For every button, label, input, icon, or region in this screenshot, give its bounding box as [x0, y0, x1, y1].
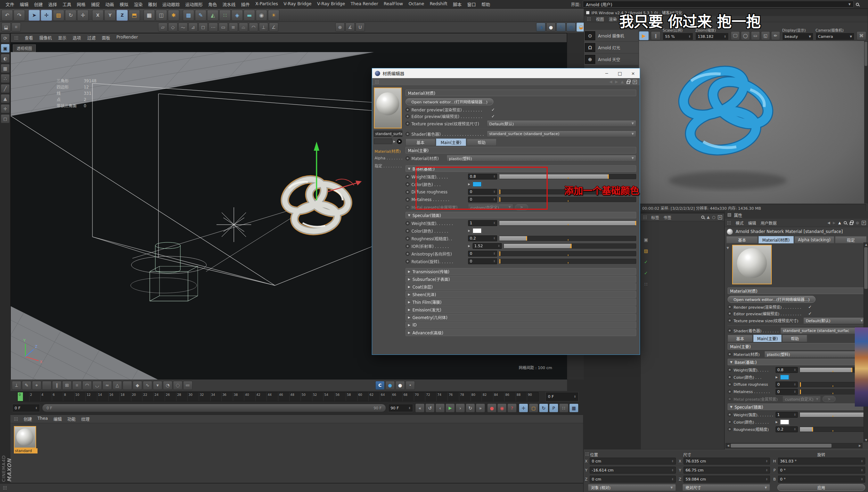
material-manager-menu-item[interactable]: 功能: [67, 416, 76, 422]
menu-item[interactable]: 雕刻: [145, 1, 159, 8]
tool-g-icon[interactable]: ▭: [219, 23, 228, 32]
menu-item[interactable]: V-Ray Bridge: [314, 1, 348, 8]
search-icon[interactable]: [856, 3, 859, 6]
material-manager-menu-item[interactable]: 编辑: [54, 416, 62, 422]
material-preview-image[interactable]: [14, 426, 36, 448]
new-window-icon[interactable]: +: [633, 80, 637, 84]
timeline-tick[interactable]: 50: [301, 392, 312, 401]
rotate-icon[interactable]: ↻: [65, 10, 76, 21]
panel-grip[interactable]: [3, 486, 7, 490]
section-specular[interactable]: ▼Specular(镜面): [406, 212, 636, 218]
timeline-window-icon[interactable]: ▦: [569, 403, 579, 412]
material-manager-menu-item[interactable]: Thea: [38, 416, 48, 422]
texture-preview-dropdown[interactable]: Default(默认)▼: [803, 317, 865, 324]
arnold-render-icon[interactable]: ◑: [536, 23, 546, 32]
aov-icon[interactable]: ◱: [761, 31, 770, 40]
menu-item[interactable]: 插件: [238, 1, 253, 8]
reverse-play-icon[interactable]: ↻: [466, 403, 475, 412]
timeline-tick[interactable]: 20: [131, 392, 142, 401]
ipr-play-button[interactable]: ▶: [639, 31, 649, 40]
tag-check1-icon[interactable]: ✓: [643, 259, 649, 265]
menu-item[interactable]: 窗口: [465, 1, 479, 8]
timeline-tick[interactable]: 64: [380, 392, 391, 401]
panel-grip[interactable]: [643, 215, 647, 219]
live-selection-icon[interactable]: ➤: [28, 10, 40, 21]
open-network-editor-button[interactable]: Open network editor...(打开网络编辑器...): [406, 98, 493, 105]
menu-item[interactable]: 网格: [74, 1, 88, 8]
array-icon[interactable]: ⊞: [62, 381, 72, 390]
move-icon[interactable]: ✛: [41, 10, 52, 21]
panel-grip[interactable]: [375, 80, 379, 84]
shader-tab[interactable]: 基本: [406, 139, 435, 146]
region-icon[interactable]: ◯: [741, 31, 750, 40]
frame-start-field[interactable]: 0 F⇕: [12, 404, 40, 412]
redo-icon[interactable]: ↷: [14, 10, 25, 21]
sep[interactable]: [123, 381, 132, 390]
viewport-menu-item[interactable]: 选项: [73, 35, 81, 41]
sep[interactable]: [26, 10, 28, 21]
key-icon[interactable]: ◆: [133, 381, 142, 390]
close-button[interactable]: ×: [627, 68, 640, 78]
search-icon[interactable]: [701, 216, 704, 219]
timeline-tick[interactable]: 34: [210, 392, 222, 401]
timeline-tick[interactable]: 74: [436, 392, 448, 401]
ghost-icon[interactable]: ◌: [173, 381, 182, 390]
dialog-titlebar[interactable]: 材质编辑器 ─ □ ×: [372, 68, 640, 78]
enable-axis-icon[interactable]: ✛: [1, 104, 10, 113]
ipr-menu-item[interactable]: 渲染: [609, 16, 617, 22]
material-type-dropdown[interactable]: plastic(塑料)▼: [447, 155, 636, 161]
keyframe-rotation-icon[interactable]: ↻: [539, 403, 548, 412]
keyframe-scale-icon[interactable]: ▢: [529, 403, 538, 412]
render-view-icon[interactable]: ▦: [144, 10, 155, 21]
menu-item[interactable]: 流水线: [220, 1, 238, 8]
tool-d-icon[interactable]: ⊿: [188, 23, 198, 32]
tag-check2-icon[interactable]: ✓: [643, 270, 649, 276]
solo-mode-icon[interactable]: ◻: [1, 114, 10, 123]
play-icon[interactable]: ▶: [445, 403, 455, 412]
primitive-cube-icon[interactable]: ▩: [183, 10, 194, 21]
color-swatch[interactable]: [473, 228, 482, 233]
param-slider[interactable]: [800, 412, 865, 417]
timeline-tick[interactable]: 30: [187, 392, 199, 401]
shader-tab[interactable]: 帮助: [782, 335, 807, 342]
attributes-tab[interactable]: Alpha (stacking): [794, 236, 835, 243]
timeline-tick[interactable]: 28: [176, 392, 188, 401]
ipr-pause-button[interactable]: ∥: [651, 31, 661, 40]
collapsed-section[interactable]: ▶Coat(涂层): [406, 283, 636, 290]
param-value-field[interactable]: 1⇕: [776, 412, 798, 418]
add-icon[interactable]: +: [862, 221, 866, 225]
material-type-dropdown[interactable]: plastic(塑料)▼: [764, 351, 865, 358]
back-icon[interactable]: ◀: [827, 221, 830, 225]
collapsed-section[interactable]: ▶Advanced(高级): [406, 329, 636, 336]
menu-item[interactable]: 捕捉: [88, 1, 103, 8]
default-material-icon[interactable]: ●: [395, 381, 405, 390]
menu-item[interactable]: 渲染: [131, 1, 145, 8]
param-slider[interactable]: [800, 427, 865, 432]
timeline-tick[interactable]: 66: [391, 392, 403, 401]
color-swatch[interactable]: [780, 375, 789, 380]
quantize-icon[interactable]: ∡: [345, 23, 355, 32]
generator-icon[interactable]: ◭: [207, 10, 219, 21]
shader-dropdown[interactable]: standard_surface (standard_surfac: [780, 327, 865, 334]
size-mode-dropdown[interactable]: 绝对尺寸▼: [682, 484, 770, 491]
sep[interactable]: [180, 10, 182, 21]
expand-arrow-icon[interactable]: ▶: [776, 376, 778, 379]
stopwatch-icon[interactable]: ◔: [163, 381, 172, 390]
goto-end-icon[interactable]: »: [476, 403, 485, 412]
param-slider[interactable]: [499, 259, 636, 264]
coordinate-field[interactable]: 0 cm⇕: [590, 458, 676, 465]
dot-icon[interactable]: •: [406, 381, 415, 390]
param-value-field[interactable]: 0⇕: [776, 382, 798, 387]
channel-item[interactable]: Alpha . . . . . . .: [374, 155, 402, 162]
timeline-tick[interactable]: 78: [459, 392, 470, 401]
channel-item[interactable]: Material(材质): [374, 147, 402, 155]
search-icon[interactable]: [844, 221, 847, 224]
sculpt-b-icon[interactable]: ◡: [92, 381, 102, 390]
viewport-menu-item[interactable]: 查看: [25, 35, 33, 41]
keyframe-dots-icon[interactable]: ∷: [559, 403, 568, 412]
current-frame-field[interactable]: 0 F⇕: [546, 392, 579, 401]
render-settings-icon[interactable]: ✱: [168, 10, 179, 21]
crop-icon[interactable]: ▭: [751, 31, 760, 40]
attributes-menu-item[interactable]: 用户数据: [761, 220, 777, 226]
arnold-sphere-icon[interactable]: ●: [546, 23, 556, 32]
